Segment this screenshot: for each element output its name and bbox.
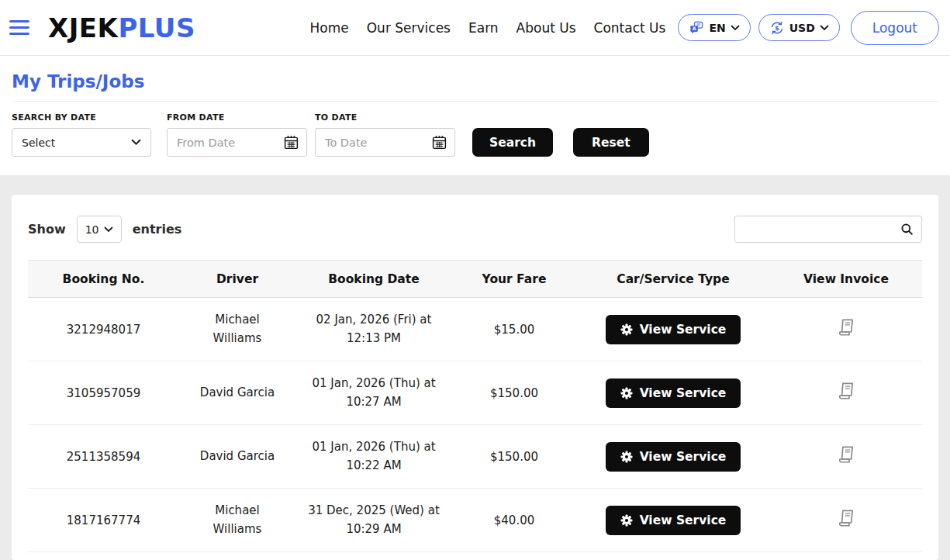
driver-cell: David Garcia: [179, 425, 295, 489]
main-nav: Home Our Services Earn About Us Contact …: [310, 20, 666, 36]
translate-icon: A: [689, 20, 704, 36]
table-controls: Show 10 entries: [28, 216, 922, 243]
booking-no-cell: 3212948017: [28, 298, 179, 361]
trips-table-body: 3212948017 Michael Williams 02 Jan, 2026…: [28, 298, 922, 552]
nav-about-us[interactable]: About Us: [516, 20, 576, 36]
booking-no-cell: 2511358594: [28, 425, 179, 489]
title-section: My Trips/Jobs: [0, 56, 950, 102]
invoice-cell: [770, 298, 922, 361]
chevron-down-icon: [731, 25, 740, 31]
show-label: Show: [28, 222, 66, 237]
col-your-fare: Your Fare: [452, 261, 576, 298]
menu-hamburger-icon[interactable]: [9, 20, 29, 35]
calendar-icon[interactable]: [283, 134, 299, 150]
booking-date-cell: 01 Jan, 2026 (Thu) at 10:27 AM: [295, 361, 452, 425]
page-title: My Trips/Jobs: [12, 71, 938, 101]
view-invoice-icon[interactable]: [836, 444, 857, 465]
search-by-date-value: Select: [22, 137, 55, 149]
nav-contact-us[interactable]: Contact Us: [594, 20, 666, 36]
to-date-field: [315, 128, 455, 157]
search-by-date-select[interactable]: Select: [12, 128, 151, 157]
booking-date-cell: 02 Jan, 2026 (Fri) at 12:13 PM: [295, 298, 452, 361]
fare-cell: $150.00: [452, 361, 576, 425]
gear-icon: [620, 451, 633, 463]
booking-no-cell: 1817167774: [28, 489, 179, 552]
view-service-button[interactable]: View Service: [606, 315, 741, 344]
view-service-label: View Service: [640, 450, 727, 464]
from-date-field: [167, 128, 307, 157]
gear-icon: [620, 514, 633, 527]
service-type-cell: View Service: [576, 425, 770, 489]
col-driver: Driver: [179, 261, 295, 298]
svg-text:$: $: [775, 24, 779, 31]
nav-our-services[interactable]: Our Services: [367, 20, 451, 36]
app-header: XJEK PLUS Home Our Services Earn About U…: [0, 0, 950, 56]
search-icon[interactable]: [900, 222, 914, 237]
driver-cell: Michael Williams: [179, 489, 295, 552]
table-row: 1817167774 Michael Williams 31 Dec, 2025…: [28, 489, 922, 552]
currency-exchange-icon: $: [769, 20, 785, 36]
col-booking-date: Booking Date: [295, 261, 452, 298]
calendar-icon[interactable]: [431, 134, 447, 150]
invoice-cell: [770, 489, 922, 552]
filters-bar: SEARCH BY DATE Select FROM DATE TO DATE: [0, 102, 950, 176]
app-logo[interactable]: XJEK PLUS: [48, 12, 195, 43]
table-search-field: [734, 216, 922, 243]
search-button[interactable]: Search: [472, 128, 553, 157]
col-view-invoice: View Invoice: [770, 261, 922, 298]
table-search-input[interactable]: [743, 223, 900, 236]
table-header-row: Booking No. Driver Booking Date Your Far…: [28, 261, 922, 298]
logout-button[interactable]: Logout: [851, 11, 939, 45]
page-size-select[interactable]: 10: [77, 216, 122, 243]
svg-text:A: A: [693, 26, 696, 31]
invoice-cell: [770, 425, 922, 489]
entries-label: entries: [133, 222, 182, 237]
nav-earn[interactable]: Earn: [468, 20, 499, 36]
fare-cell: $40.00: [452, 489, 576, 552]
service-type-cell: View Service: [576, 489, 770, 552]
driver-cell: David Garcia: [179, 361, 295, 425]
view-service-label: View Service: [640, 513, 727, 527]
content-area: Show 10 entries Booking: [0, 176, 950, 560]
view-service-button[interactable]: View Service: [606, 442, 741, 472]
booking-date-cell: 01 Jan, 2026 (Thu) at 10:22 AM: [295, 425, 452, 489]
currency-value: USD: [789, 22, 815, 34]
to-date-label: TO DATE: [315, 112, 455, 123]
booking-no-cell: 3105957059: [28, 361, 179, 425]
trips-table-card: Show 10 entries Booking: [12, 195, 938, 560]
view-service-button[interactable]: View Service: [606, 379, 741, 408]
driver-cell: Michael Williams: [179, 298, 295, 361]
from-date-label: FROM DATE: [167, 112, 307, 123]
from-date-input[interactable]: [177, 137, 283, 149]
invoice-cell: [770, 361, 922, 425]
view-invoice-icon[interactable]: [836, 317, 857, 338]
view-service-button[interactable]: View Service: [606, 506, 741, 535]
view-service-label: View Service: [640, 323, 727, 337]
fare-cell: $150.00: [452, 425, 576, 489]
gear-icon: [620, 323, 633, 336]
nav-home[interactable]: Home: [310, 20, 349, 36]
search-by-date-label: SEARCH BY DATE: [12, 112, 151, 123]
logo-text-black: XJEK: [48, 12, 118, 43]
language-selector[interactable]: A EN: [678, 14, 750, 41]
chevron-down-icon: [820, 25, 829, 31]
currency-selector[interactable]: $ USD: [758, 14, 840, 41]
language-value: EN: [709, 22, 725, 34]
chevron-down-icon: [131, 139, 141, 146]
service-type-cell: View Service: [576, 361, 770, 425]
trips-table: Booking No. Driver Booking Date Your Far…: [28, 260, 922, 552]
table-row: 2511358594 David Garcia 01 Jan, 2026 (Th…: [28, 425, 922, 489]
chevron-down-icon: [104, 226, 113, 233]
col-service-type: Car/Service Type: [576, 261, 770, 298]
view-invoice-icon[interactable]: [836, 381, 857, 402]
fare-cell: $15.00: [452, 298, 576, 361]
table-row: 3105957059 David Garcia 01 Jan, 2026 (Th…: [28, 361, 922, 425]
booking-date-cell: 31 Dec, 2025 (Wed) at 10:29 AM: [295, 489, 452, 552]
reset-button[interactable]: Reset: [573, 128, 649, 157]
view-service-label: View Service: [640, 386, 727, 400]
service-type-cell: View Service: [576, 298, 770, 361]
page-size-value: 10: [85, 223, 99, 236]
col-booking-no: Booking No.: [28, 261, 179, 298]
view-invoice-icon[interactable]: [836, 508, 857, 529]
to-date-input[interactable]: [325, 137, 431, 149]
